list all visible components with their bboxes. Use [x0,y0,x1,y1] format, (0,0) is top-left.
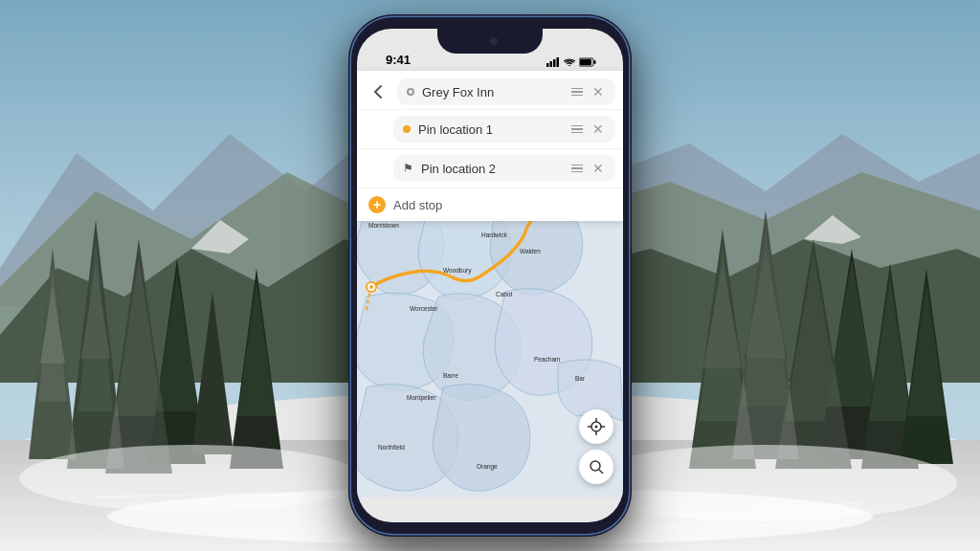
svg-rect-48 [557,57,560,67]
phone-screen: 9:41 [357,29,623,522]
svg-rect-50 [594,60,596,64]
stop3-input[interactable]: ⚑ Pin location 2 ✕ [393,155,615,182]
signal-icon [546,57,560,67]
clear-stop1-button[interactable]: ✕ [590,84,606,99]
stop2-row: Pin location 1 ✕ [357,109,623,148]
crosshair-button[interactable] [579,409,613,444]
reorder-icon-stop2[interactable] [571,125,583,134]
stop2-text: Pin location 1 [418,122,564,137]
phone-device: 9:41 [351,17,629,534]
crosshair-icon [588,418,605,435]
svg-rect-47 [553,59,556,67]
wifi-icon [564,57,575,67]
stop2-input[interactable]: Pin location 1 ✕ [393,116,615,143]
svg-text:Orange: Orange [477,463,498,471]
svg-text:Walden: Walden [520,248,541,254]
svg-text:Northfield: Northfield [378,444,405,451]
stop1-input[interactable]: Grey Fox Inn ✕ [397,78,615,105]
battery-icon [579,57,596,67]
search-panel: Grey Fox Inn ✕ Pin location 1 ✕ [357,71,623,221]
magnifier-icon [589,459,604,474]
status-icons [546,57,604,67]
svg-text:Cabot: Cabot [496,291,513,298]
camera-dot [490,37,498,45]
svg-point-85 [590,461,600,471]
svg-rect-46 [550,61,553,67]
stop3-text: Pin location 2 [421,162,564,176]
status-time: 9:41 [376,53,411,67]
reorder-icon-stop1[interactable] [571,88,583,97]
svg-text:Barre: Barre [443,372,458,379]
map-controls [579,409,613,484]
add-stop-plus-icon: + [368,196,386,213]
add-stop-row[interactable]: + Add stop [357,187,623,221]
svg-rect-45 [546,63,549,67]
stop1-text: Grey Fox Inn [422,85,564,99]
back-button[interactable] [365,78,391,105]
svg-text:Bar: Bar [575,375,586,382]
svg-rect-51 [580,59,591,65]
clear-stop3-button[interactable]: ✕ [590,161,606,176]
svg-line-86 [599,470,603,474]
back-arrow-icon [373,84,383,99]
svg-text:Morristown: Morristown [368,222,399,229]
svg-point-54 [369,285,373,289]
flag-icon: ⚑ [403,162,413,175]
add-stop-label: Add stop [393,198,442,212]
stop1-row: Grey Fox Inn ✕ [357,78,623,105]
svg-text:Hardwick: Hardwick [481,231,507,238]
phone-notch [437,29,543,54]
origin-dot-icon [407,88,414,96]
svg-point-80 [595,426,598,429]
waypoint-dot-icon [403,125,411,133]
reorder-icon-stop3[interactable] [571,165,583,173]
svg-text:Worcester: Worcester [410,305,438,312]
search-map-button[interactable] [579,450,613,484]
svg-text:Peacham: Peacham [534,356,560,363]
clear-stop2-button[interactable]: ✕ [590,121,606,137]
stop3-row: ⚑ Pin location 2 ✕ [357,148,623,187]
svg-text:Woodbury: Woodbury [443,267,472,275]
svg-text:Montpelier: Montpelier [407,394,436,402]
